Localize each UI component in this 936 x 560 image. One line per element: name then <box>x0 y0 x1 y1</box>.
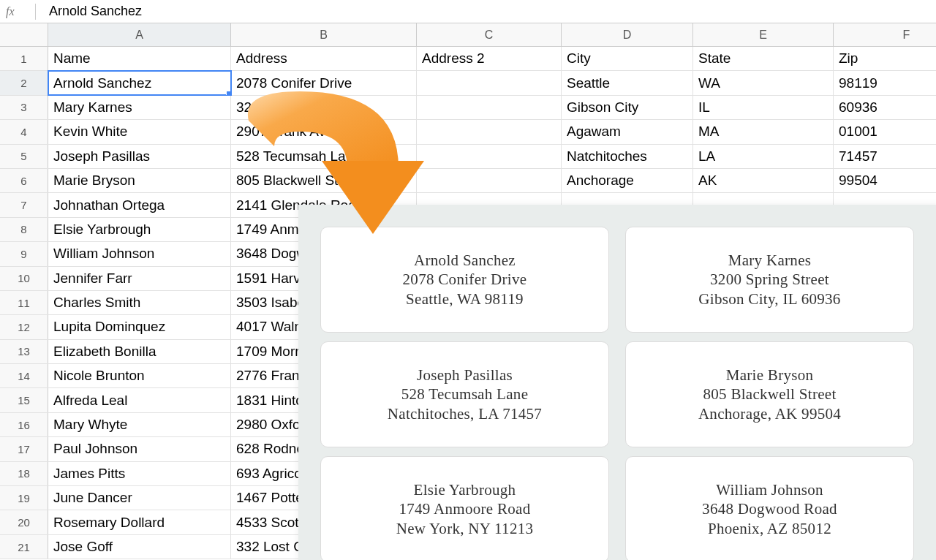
row-header[interactable]: 21 <box>0 535 48 559</box>
cell[interactable]: 3200 Spring Street <box>231 96 417 119</box>
cell[interactable]: Zip <box>834 47 936 70</box>
table-row: 5Joseph Pasillas528 Tecumsah LaneNatchit… <box>0 145 936 169</box>
col-header-A[interactable]: A <box>48 23 231 46</box>
address-label: William Johnson3648 Dogwood RoadPhoenix,… <box>625 456 914 560</box>
cell[interactable]: William Johnson <box>48 242 231 265</box>
cell[interactable] <box>417 96 562 119</box>
row-header[interactable]: 2 <box>0 71 48 94</box>
table-row: 4Kevin White2907 Frank AveAgawamMA01001 <box>0 120 936 144</box>
col-header-F[interactable]: F <box>834 23 936 46</box>
row-header[interactable]: 10 <box>0 267 48 290</box>
cell[interactable]: Agawam <box>562 120 693 143</box>
row-header[interactable]: 8 <box>0 218 48 241</box>
cell[interactable]: Rosemary Dollard <box>48 510 231 534</box>
row-header[interactable]: 3 <box>0 96 48 119</box>
cell[interactable]: Jennifer Farr <box>48 267 231 290</box>
cell[interactable] <box>417 120 562 143</box>
select-all-corner[interactable] <box>0 23 48 46</box>
cell[interactable]: 98119 <box>834 71 936 94</box>
cell[interactable]: 2907 Frank Ave <box>231 120 417 143</box>
label-city-state-zip: New York, NY 11213 <box>396 519 534 538</box>
cell[interactable] <box>417 169 562 192</box>
label-name: Mary Karnes <box>728 251 812 270</box>
cell[interactable]: Name <box>48 47 231 70</box>
cell[interactable]: AK <box>693 169 834 192</box>
row-header[interactable]: 11 <box>0 291 48 314</box>
cell[interactable]: City <box>562 47 693 70</box>
column-headers: A B C D E F <box>0 23 936 47</box>
cell[interactable]: James Pitts <box>48 462 231 485</box>
label-city-state-zip: Gibson City, IL 60936 <box>698 290 840 309</box>
table-row: 3Mary Karnes3200 Spring StreetGibson Cit… <box>0 96 936 120</box>
row-header[interactable]: 19 <box>0 486 48 510</box>
cell[interactable]: Anchorage <box>562 169 693 192</box>
row-header[interactable]: 9 <box>0 242 48 265</box>
cell[interactable]: 528 Tecumsah Lane <box>231 145 417 168</box>
cell[interactable]: Paul Johnson <box>48 437 231 461</box>
cell[interactable]: 99504 <box>834 169 936 192</box>
row-header[interactable]: 16 <box>0 413 48 436</box>
address-label: Arnold Sanchez2078 Conifer DriveSeattle,… <box>320 227 609 333</box>
col-header-D[interactable]: D <box>562 23 693 46</box>
label-name: Elsie Yarbrough <box>414 480 516 499</box>
cell[interactable]: Address <box>231 47 417 70</box>
row-header[interactable]: 1 <box>0 47 48 70</box>
row-header[interactable]: 13 <box>0 340 48 363</box>
cell[interactable] <box>417 71 562 94</box>
cell[interactable]: Mary Whyte <box>48 413 231 436</box>
cell[interactable]: Address 2 <box>417 47 562 70</box>
cell[interactable]: Marie Bryson <box>48 169 231 192</box>
cell[interactable]: 60936 <box>834 96 936 119</box>
divider <box>35 4 36 20</box>
address-label: Elsie Yarbrough1749 Anmoore RoadNew York… <box>320 456 609 560</box>
row-header[interactable]: 14 <box>0 364 48 387</box>
row-header[interactable]: 5 <box>0 145 48 168</box>
cell[interactable]: June Dancer <box>48 486 231 510</box>
cell[interactable]: Alfreda Leal <box>48 388 231 412</box>
cell[interactable]: 71457 <box>834 145 936 168</box>
cell[interactable]: Mary Karnes <box>48 96 231 119</box>
row-header[interactable]: 18 <box>0 462 48 485</box>
row-header[interactable]: 12 <box>0 315 48 338</box>
cell[interactable]: Kevin White <box>48 120 231 143</box>
row-header[interactable]: 17 <box>0 437 48 461</box>
cell[interactable]: Gibson City <box>562 96 693 119</box>
cell[interactable]: 805 Blackwell Street <box>231 169 417 192</box>
table-row: 6Marie Bryson805 Blackwell StreetAnchora… <box>0 169 936 193</box>
row-header[interactable]: 4 <box>0 120 48 143</box>
formula-bar[interactable]: fx Arnold Sanchez <box>0 0 936 23</box>
row-header[interactable]: 15 <box>0 388 48 412</box>
cell[interactable]: WA <box>693 71 834 94</box>
cell[interactable] <box>417 145 562 168</box>
cell[interactable]: LA <box>693 145 834 168</box>
cell[interactable]: Elsie Yarbrough <box>48 218 231 241</box>
row-header[interactable]: 7 <box>0 193 48 216</box>
row-header[interactable]: 20 <box>0 510 48 534</box>
col-header-C[interactable]: C <box>417 23 562 46</box>
cell[interactable]: 01001 <box>834 120 936 143</box>
label-address: 1749 Anmoore Road <box>399 499 530 518</box>
col-header-B[interactable]: B <box>231 23 417 46</box>
label-preview-panel: Arnold Sanchez2078 Conifer DriveSeattle,… <box>298 205 936 560</box>
label-name: Arnold Sanchez <box>414 251 516 270</box>
formula-value[interactable]: Arnold Sanchez <box>49 4 142 19</box>
cell[interactable]: Johnathan Ortega <box>48 193 231 216</box>
cell[interactable]: Natchitoches <box>562 145 693 168</box>
cell[interactable]: Charles Smith <box>48 291 231 314</box>
col-header-E[interactable]: E <box>693 23 834 46</box>
table-row: 1NameAddressAddress 2CityStateZip <box>0 47 936 71</box>
address-label: Mary Karnes3200 Spring StreetGibson City… <box>625 227 914 333</box>
cell[interactable]: Jose Goff <box>48 535 231 559</box>
cell[interactable]: 2078 Conifer Drive <box>231 71 417 94</box>
cell[interactable]: Elizabeth Bonilla <box>48 340 231 363</box>
cell[interactable]: Nicole Brunton <box>48 364 231 387</box>
cell[interactable]: State <box>693 47 834 70</box>
cell[interactable]: MA <box>693 120 834 143</box>
cell[interactable]: Seattle <box>562 71 693 94</box>
cell[interactable]: Joseph Pasillas <box>48 145 231 168</box>
cell[interactable]: IL <box>693 96 834 119</box>
row-header[interactable]: 6 <box>0 169 48 192</box>
cell[interactable]: Arnold Sanchez <box>48 71 231 94</box>
label-address: 2078 Conifer Drive <box>403 270 527 289</box>
cell[interactable]: Lupita Dominquez <box>48 315 231 338</box>
